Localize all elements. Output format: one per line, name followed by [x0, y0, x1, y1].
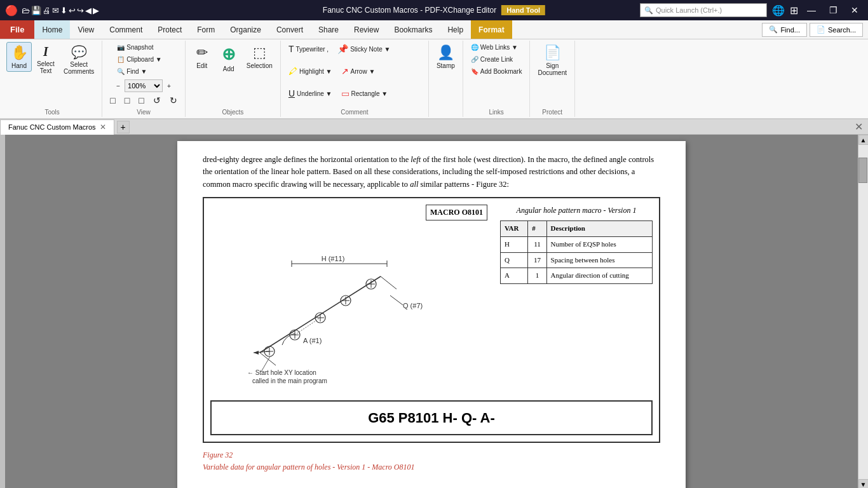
comment-menu[interactable]: Comment	[102, 20, 150, 39]
scroll-up-button[interactable]: ▲	[858, 135, 869, 145]
view-menu[interactable]: View	[70, 20, 102, 39]
ribbon-group-objects: ✏ Edit ⊕ Add ⬚ Selection Objects	[186, 41, 281, 117]
add-icon: ⊕	[222, 44, 236, 64]
title-center: Fanuc CNC Custom Macros - PDF-XChange Ed…	[323, 5, 545, 15]
protect-menu[interactable]: Protect	[150, 20, 189, 39]
find-button[interactable]: 🔍 Find...	[762, 23, 807, 37]
quick-launch-bar[interactable]: 🔍 Quick Launch (Ctrl+.)	[640, 3, 767, 17]
rotate-ccw-button[interactable]: ↻	[166, 93, 181, 107]
form-menu[interactable]: Form	[189, 20, 222, 39]
links-content: 🌐 Web Links ▼ 🔗 Create Link 🔖 Add Bookma…	[467, 42, 526, 107]
zoom-out-button[interactable]: −	[113, 81, 123, 91]
edit-button[interactable]: ✏ Edit	[189, 42, 215, 72]
add-button[interactable]: ⊕ Add	[216, 42, 241, 75]
sticky-note-icon: 📌	[337, 44, 348, 54]
organize-menu[interactable]: Organize	[222, 20, 269, 39]
create-link-button[interactable]: 🔗 Create Link	[467, 54, 517, 65]
highlight-icon: 🖍	[288, 66, 297, 76]
intro-paragraph: dred-eighty degree angle defines the hor…	[203, 154, 660, 191]
scroll-down-button[interactable]: ▼	[858, 479, 869, 488]
col-var: VAR	[501, 221, 528, 237]
view-btn-2[interactable]: □	[121, 93, 133, 107]
clipboard-button[interactable]: 📋 Clipboard ▼	[113, 54, 165, 65]
mail-icon[interactable]: ✉	[52, 6, 59, 15]
convert-menu[interactable]: Convert	[269, 20, 311, 39]
main-content: dred-eighty degree angle defines the hor…	[0, 135, 868, 488]
view-btn-3[interactable]: □	[135, 93, 147, 107]
figure-caption: Figure 32	[203, 449, 660, 461]
bookmarks-menu[interactable]: Bookmarks	[386, 20, 440, 39]
sticky-note-button[interactable]: 📌 Sticky Note ▼	[334, 42, 394, 56]
rectangle-icon: ▭	[341, 88, 349, 98]
tab-fanuc[interactable]: Fanuc CNC Custom Macros ✕	[0, 119, 114, 135]
view-content: 📷 Snapshot 📋 Clipboard ▼ 🔍 Find ▼ −	[113, 42, 174, 92]
selection-button[interactable]: ⬚ Selection	[243, 42, 276, 72]
app-icon: 🔴	[5, 4, 18, 17]
new-icon[interactable]: 🗁	[22, 6, 30, 15]
close-button[interactable]: ✕	[846, 3, 863, 17]
redo-icon[interactable]: ↪	[77, 6, 84, 15]
tab-close-all[interactable]: ✕	[855, 121, 863, 133]
select-comments-button[interactable]: 💬 Select Comments	[60, 42, 98, 78]
share-menu[interactable]: Share	[311, 20, 346, 39]
app-title: Fanuc CNC Custom Macros - PDF-XChange Ed…	[323, 6, 496, 15]
hand-icon: ✋	[11, 44, 28, 61]
comment-content: T Typewriter , 📌 Sticky Note ▼ 🖍 Highlig…	[285, 42, 424, 107]
tab-close-button[interactable]: ✕	[100, 123, 106, 132]
typewriter-button[interactable]: T Typewriter ,	[285, 42, 332, 56]
edit-icon: ✏	[196, 44, 208, 61]
tab-add-button[interactable]: +	[117, 121, 130, 133]
save-icon[interactable]: 💾	[31, 6, 41, 15]
zoom-in-button[interactable]: +	[164, 81, 174, 91]
comment-label: Comment	[341, 107, 368, 116]
file-menu[interactable]: File	[0, 20, 34, 39]
add-bookmark-button[interactable]: 🔖 Add Bookmark	[467, 66, 526, 77]
back-icon[interactable]: ◀	[85, 6, 92, 15]
view-btn-1[interactable]: □	[106, 93, 119, 107]
content-area: dred-eighty degree angle defines the hor…	[5, 135, 858, 488]
num-17: 17	[528, 252, 546, 268]
stamp-button[interactable]: 👤 Stamp	[433, 42, 459, 72]
num-11: 11	[528, 236, 546, 252]
hand-tool-button[interactable]: ✋ Hand	[6, 42, 32, 72]
svg-line-2	[381, 276, 397, 289]
search-button[interactable]: 📄 Search...	[810, 23, 863, 37]
zoom-in-icon: +	[167, 83, 171, 90]
col-num: #	[528, 221, 546, 237]
underline-button[interactable]: U Underline ▼	[285, 86, 336, 100]
help-menu[interactable]: Help	[440, 20, 471, 39]
format-menu[interactable]: Format	[471, 20, 512, 39]
web-links-icon: 🌐	[471, 44, 478, 51]
find-ribbon-button[interactable]: 🔍 Find ▼	[113, 66, 151, 77]
scroll-track[interactable]	[858, 145, 868, 479]
hand-tool-badge: Hand Tool	[501, 5, 545, 15]
snapshot-button[interactable]: 📷 Snapshot	[113, 42, 157, 53]
svg-text:H (#11): H (#11)	[322, 255, 345, 262]
scrollbar-right: ▲ ▼	[858, 135, 868, 488]
svg-text:Q (#7): Q (#7)	[403, 302, 423, 309]
forward-icon[interactable]: ▶	[93, 6, 99, 15]
gcode-bar: G65 P8101 H- Q- A-	[210, 400, 653, 435]
svg-text:A (#1): A (#1)	[303, 337, 322, 344]
rectangle-button[interactable]: ▭ Rectangle ▼	[337, 86, 392, 100]
web-links-button[interactable]: 🌐 Web Links ▼	[467, 42, 522, 53]
home-menu[interactable]: Home	[34, 20, 70, 39]
undo-icon[interactable]: ↩	[69, 6, 76, 15]
quick-launch-label: Quick Launch (Ctrl+.)	[656, 6, 722, 14]
globe-icon: 🌐	[772, 4, 785, 17]
download-icon[interactable]: ⬇	[60, 6, 67, 15]
maximize-button[interactable]: ❐	[825, 3, 841, 17]
review-menu[interactable]: Review	[346, 20, 386, 39]
ribbon-group-view: 📷 Snapshot 📋 Clipboard ▼ 🔍 Find ▼ −	[102, 41, 185, 117]
sign-document-button[interactable]: 📄 Sign Document	[534, 42, 571, 79]
search-doc-icon: 📄	[817, 25, 825, 34]
scroll-thumb[interactable]	[858, 158, 867, 183]
select-text-button[interactable]: I Select Text	[33, 42, 58, 77]
zoom-select[interactable]: 100% 75% 50% 125% 150%	[125, 79, 163, 92]
minimize-button[interactable]: —	[803, 3, 820, 17]
arrow-button[interactable]: ↗ Arrow ▼	[337, 64, 379, 78]
print-icon[interactable]: 🖨	[43, 6, 51, 15]
rotate-cw-button[interactable]: ↺	[149, 93, 165, 107]
highlight-button[interactable]: 🖍 Highlight ▼	[285, 64, 336, 78]
menubar: File Home View Comment Protect Form Orga…	[0, 20, 868, 39]
